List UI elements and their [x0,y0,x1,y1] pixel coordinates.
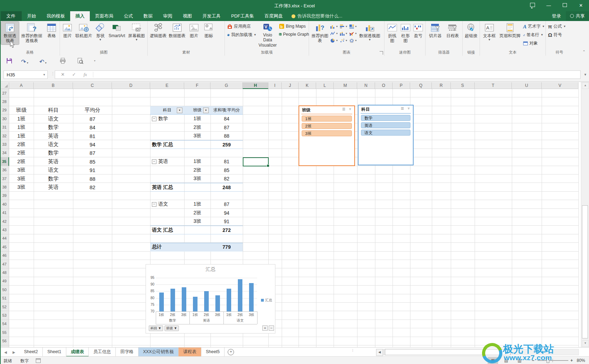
row-header-40[interactable]: 40 [0,200,9,208]
cell-C32[interactable]: 81 [73,132,112,140]
chart-bar-数学-2班[interactable] [170,289,175,311]
chart-bar-语文-2班[interactable] [238,279,242,311]
column-header-H[interactable]: H [243,82,268,89]
selected-cell-H35[interactable] [243,157,269,166]
redo-button[interactable]: ↷ ▾ [21,58,28,66]
cell-C33[interactable]: 94 [73,140,112,149]
cell-G31[interactable]: 87 [210,123,243,132]
cell-B32[interactable]: 英语 [34,132,73,140]
cell-F37[interactable]: 3班 [184,174,210,183]
column-header-B[interactable]: B [34,82,73,89]
row-header-42[interactable]: 42 [0,217,9,226]
multi-select-icon[interactable]: ☰ [400,107,405,111]
undo-button[interactable]: ↶ ▾ [39,58,47,66]
cell-C36[interactable]: 91 [73,166,112,174]
vertical-scrollbar-thumb[interactable] [582,205,588,338]
slicer-item-3班[interactable]: 3班 [302,130,352,136]
row-header-29[interactable]: 29 [0,106,9,115]
row-header-35[interactable]: 35 [0,157,9,166]
column-header-M[interactable]: M [334,82,357,89]
name-box-dropdown-icon[interactable]: ▼ [43,71,46,79]
row-header-28[interactable]: 28 [0,97,9,106]
zoom-out-button[interactable]: − [532,358,534,363]
store-button[interactable]: 应用商店 [226,23,257,30]
row-header-54[interactable]: 54 [0,320,9,328]
sparkline-column-button[interactable]: 柱形图 [399,22,412,44]
cell-C38[interactable]: 82 [73,183,112,191]
picture-button[interactable]: 图片 [61,22,74,39]
row-header-49[interactable]: 49 [0,277,9,286]
normal-view-button[interactable]: ▦ [488,357,498,364]
sheet-tab-课程表[interactable]: 课程表 [179,348,201,357]
column-header-G[interactable]: G [210,82,243,89]
cell-F42[interactable]: 3班 [184,217,210,226]
cell-A32[interactable]: 1班 [9,132,34,140]
row-header-46[interactable]: 46 [0,252,9,260]
row-header-32[interactable]: 32 [0,132,9,140]
data-chart-button[interactable]: 数据图表 [168,22,187,39]
cell-G41[interactable]: 94 [210,209,243,217]
sheet-tab-XXX公司销售额[interactable]: XXX公司销售额 [139,348,179,357]
column-header-I[interactable]: I [268,82,282,89]
screenshot-button[interactable]: 屏幕截图 ▼ [127,22,146,42]
chart-bar-数学-1班[interactable] [159,293,164,311]
cell-A29[interactable]: 班级 [9,106,34,115]
ribbon-tab-3[interactable]: 我的模板 [41,11,70,21]
column-header-Q[interactable]: Q [410,82,432,89]
tell-me-box[interactable]: 告诉我您想要做什么... [292,11,342,21]
recommended-charts-button[interactable]: ? 推荐的图表 [310,22,330,44]
column-header-S[interactable]: S [451,82,475,89]
cell-G40[interactable]: 87 [210,200,243,208]
cell-B33[interactable]: 语文 [34,140,73,149]
save-button[interactable] [6,58,12,66]
ribbon-tab-4[interactable]: 插入 [70,11,90,21]
cell-F41[interactable]: 2班 [184,209,210,217]
pivot-chart[interactable]: 汇总7075808590951班2班3班数学1班2班3班英语1班2班3班语文汇总… [146,264,275,334]
cell-E40[interactable]: −语文 [150,200,184,208]
bing-maps-button[interactable]: b Bing Maps [278,23,310,29]
hyperlink-button[interactable]: 超链接 [464,22,478,39]
name-box[interactable]: H35▼ [4,70,48,79]
clear-filter-icon[interactable]: ▼ [406,107,411,111]
cell-B30[interactable]: 语文 [34,115,73,123]
slicer-科目[interactable]: 科目☰▼数学英语语文 [358,105,414,165]
cell-G38[interactable]: 248 [210,183,243,191]
ribbon-tab-6[interactable]: 公式 [119,11,138,21]
sheet-tab-成绩表[interactable]: 成绩表 [66,348,89,357]
next-sheet-icon[interactable]: ▶ [13,350,15,354]
cell-B36[interactable]: 语文 [34,166,73,174]
print-preview-button[interactable] [60,58,66,66]
cell-A30[interactable]: 1班 [9,115,34,123]
zoom-slider-track[interactable] [537,360,568,361]
chart-field-button-科目[interactable]: 科目 ▼ [149,325,163,331]
sheet-tab-Sheet2[interactable]: Sheet2 [19,348,43,357]
cell-B31[interactable]: 数学 [34,123,73,132]
row-header-44[interactable]: 44 [0,234,9,243]
row-header-50[interactable]: 50 [0,286,9,294]
chart-expand-button[interactable]: + [262,325,268,331]
row-header-30[interactable]: 30 [0,115,9,123]
shapes-button[interactable]: 形状 ▼ [94,22,107,42]
column-header-K[interactable]: K [299,82,316,89]
sheet-tab-Sheet5[interactable]: Sheet5 [201,348,225,357]
cell-F31[interactable]: 2班 [184,123,210,132]
cell-E45[interactable]: 总计 [150,243,184,251]
pivot-class-filter-dropdown[interactable]: ▼ [203,108,209,113]
row-header-51[interactable]: 51 [0,294,9,303]
slicer-item-英语[interactable]: 英语 [361,122,410,128]
sign-in-button[interactable]: 登录 [547,13,566,19]
insert-radar-chart-button[interactable]: ▼ [349,37,358,44]
my-addins-button[interactable]: 我的加载项 ▼ [226,32,257,38]
cancel-icon[interactable]: ✕ [58,71,68,78]
wordart-button[interactable]: A 艺术字 ▼ [522,23,544,30]
row-header-43[interactable]: 43 [0,226,9,234]
chart-collapse-button[interactable]: − [269,325,274,331]
share-button[interactable]: 共享 [566,11,589,21]
insert-line-chart-button[interactable]: ▼ [330,30,339,37]
vertical-scrollbar[interactable]: ▲ ▼ [581,82,589,347]
column-header-E[interactable]: E [150,82,184,89]
column-header-F[interactable]: F [184,82,210,89]
insert-pie-chart-button[interactable]: ▼ [330,37,339,44]
row-header-45[interactable]: 45 [0,243,9,251]
ribbon-tab-12[interactable]: 百度网盘 [259,11,288,21]
